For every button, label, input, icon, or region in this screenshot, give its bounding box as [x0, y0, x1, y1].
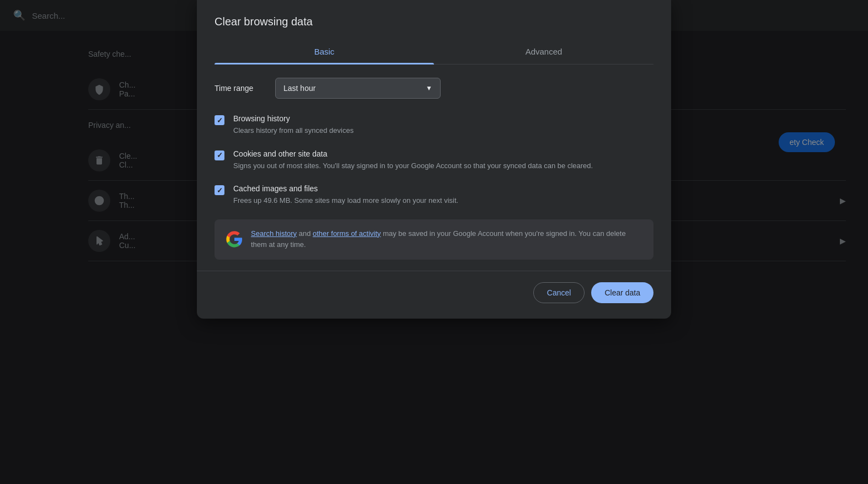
cached-item: ✓ Cached images and files Frees up 49.6 …: [215, 184, 653, 206]
time-range-label: Time range: [215, 84, 264, 93]
cached-content: Cached images and files Frees up 49.6 MB…: [233, 184, 458, 206]
checkmark-icon: ✓: [217, 187, 223, 194]
cookies-desc: Signs you out of most sites. You'll stay…: [233, 160, 593, 171]
cookies-content: Cookies and other site data Signs you ou…: [233, 149, 593, 171]
dialog-footer: Cancel Clear data: [197, 271, 671, 319]
time-range-row: Time range Last hour ▼: [215, 78, 653, 99]
google-account-info-text: Search history and other forms of activi…: [251, 228, 642, 251]
info-connector: and: [299, 229, 313, 238]
other-activity-link[interactable]: other forms of activity: [313, 229, 381, 238]
dialog-body: Time range Last hour ▼ ✓ Browsing histor…: [197, 64, 671, 260]
cookies-label: Cookies and other site data: [233, 149, 593, 158]
checkmark-icon: ✓: [217, 152, 223, 159]
google-account-info-box: Search history and other forms of activi…: [215, 219, 653, 260]
cached-label: Cached images and files: [233, 184, 458, 193]
cookies-checkbox[interactable]: ✓: [215, 150, 224, 160]
tab-basic[interactable]: Basic: [215, 39, 434, 64]
clear-data-button[interactable]: Clear data: [591, 282, 653, 303]
cookies-item: ✓ Cookies and other site data Signs you …: [215, 149, 653, 171]
dropdown-arrow-icon: ▼: [426, 84, 432, 92]
dialog-tabs: Basic Advanced: [215, 39, 653, 64]
browsing-history-item: ✓ Browsing history Clears history from a…: [215, 114, 653, 136]
browsing-history-content: Browsing history Clears history from all…: [233, 114, 353, 136]
cancel-button[interactable]: Cancel: [533, 282, 585, 303]
dialog-title: Clear browsing data: [215, 15, 653, 28]
time-range-select[interactable]: Last hour ▼: [275, 78, 441, 99]
google-logo-icon: [226, 230, 243, 248]
search-history-link[interactable]: Search history: [251, 229, 297, 238]
cached-checkbox[interactable]: ✓: [215, 185, 224, 195]
browsing-history-label: Browsing history: [233, 114, 353, 123]
dialog-header: Clear browsing data Basic Advanced: [197, 0, 671, 64]
time-range-value: Last hour: [283, 84, 315, 93]
cached-desc: Frees up 49.6 MB. Some sites may load mo…: [233, 195, 458, 206]
tab-advanced[interactable]: Advanced: [434, 39, 653, 64]
browsing-history-desc: Clears history from all synced devices: [233, 125, 353, 136]
clear-browsing-data-dialog: Clear browsing data Basic Advanced Time …: [197, 0, 671, 319]
browsing-history-checkbox[interactable]: ✓: [215, 115, 224, 125]
checkmark-icon: ✓: [217, 117, 223, 124]
